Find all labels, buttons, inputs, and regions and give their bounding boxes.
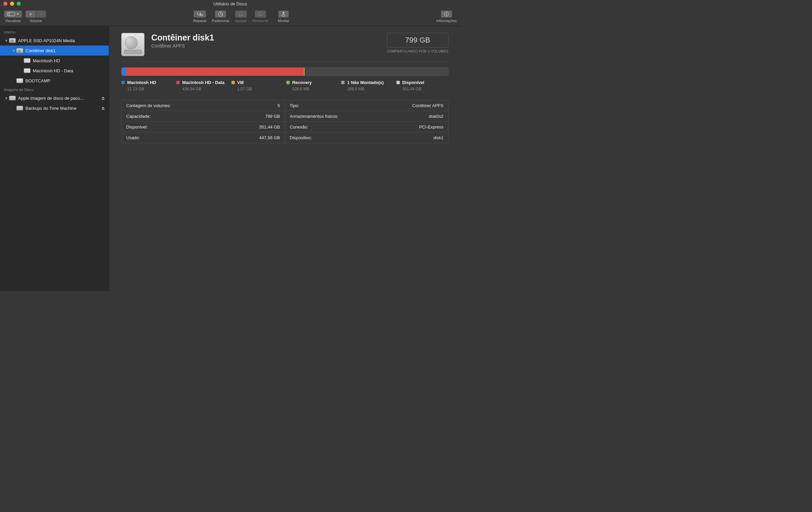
volume-icon xyxy=(16,78,23,84)
capacity-note: COMPARTILHADO POR 5 VOLUMES xyxy=(387,50,448,53)
legend-item: VM1,07 GB xyxy=(231,80,284,91)
close-window-button[interactable] xyxy=(3,2,7,6)
volume-label: Volume xyxy=(30,19,42,23)
legend-item: Disponível351,44 GB xyxy=(396,80,448,91)
sidebar-item[interactable]: Macintosh HD - Data xyxy=(0,66,109,76)
legend-value: 434,54 GB xyxy=(182,87,228,91)
disk-image-icon xyxy=(9,95,16,101)
partition-button[interactable] xyxy=(215,10,226,18)
details-table: Contagem de volumes:5Capacidade:799 GBDi… xyxy=(121,100,448,143)
divider xyxy=(121,62,448,62)
volume-group: ＋ － Volume xyxy=(25,10,46,23)
sidebar-item-label: Apple imagem de disco de paco… xyxy=(18,96,101,101)
svg-rect-13 xyxy=(102,109,105,110)
detail-key: Tipo: xyxy=(290,103,299,108)
legend-value: 11,13 GB xyxy=(127,87,173,91)
svg-rect-12 xyxy=(102,99,105,100)
info-button[interactable] xyxy=(441,10,452,18)
minimize-window-button[interactable] xyxy=(10,2,14,6)
detail-row: Dispositivo:disk1 xyxy=(285,132,448,143)
volume-icon xyxy=(23,68,31,73)
legend-value: 289,5 MB xyxy=(347,87,393,91)
sidebar-item-label: BOOTCAMP xyxy=(25,78,106,83)
sidebar-item[interactable]: Backups do Time Machine xyxy=(0,103,109,113)
sidebar-icon xyxy=(7,12,15,16)
first-aid-button[interactable] xyxy=(194,10,206,18)
erase-label: Apagar xyxy=(235,19,247,23)
disclosure-triangle[interactable]: ▼ xyxy=(11,49,16,53)
sidebar-item[interactable]: Macintosh HD xyxy=(0,56,109,66)
view-button[interactable] xyxy=(4,10,22,18)
detail-value: 5 xyxy=(278,103,280,108)
legend-name: Macintosh HD xyxy=(127,80,156,85)
window-body: Interno ▼APPLE SSD AP1024N Media▼Contêin… xyxy=(0,26,461,291)
partition-label: Particionar xyxy=(212,19,230,23)
eject-button[interactable] xyxy=(101,96,106,100)
usage-legend: Macintosh HD11,13 GBMacintosh HD - Data4… xyxy=(121,80,448,91)
detail-key: Contagem de volumes: xyxy=(126,103,171,108)
swatch-icon xyxy=(121,81,125,84)
legend-item: Macintosh HD - Data434,54 GB xyxy=(176,80,228,91)
disk-icon xyxy=(121,33,145,56)
detail-value: 351,44 GB xyxy=(259,124,280,129)
legend-name: VM xyxy=(237,80,244,85)
minus-icon: － xyxy=(39,11,43,17)
content: Contêiner disk1 Contêiner APFS 799 GB CO… xyxy=(109,26,461,291)
usage-segment xyxy=(304,68,448,76)
swatch-icon xyxy=(286,81,290,84)
legend-value: 1,07 GB xyxy=(237,87,284,91)
first-aid-label: Reparar xyxy=(193,19,206,23)
sidebar-item-label: Contêiner disk1 xyxy=(25,48,106,53)
details-right: Tipo:Contêiner APFSArmazenamentos físico… xyxy=(285,100,448,143)
hdd-icon xyxy=(16,48,23,54)
detail-value: disk1 xyxy=(433,135,443,140)
detail-value: 799 GB xyxy=(265,114,280,119)
traffic-lights xyxy=(0,2,21,6)
disk-image-icon xyxy=(16,105,23,111)
sidebar-item[interactable]: ▼Contêiner disk1 xyxy=(0,46,109,56)
window-title: Utilitário de Disco xyxy=(0,1,461,6)
detail-key: Dispositivo: xyxy=(290,135,312,140)
content-header: Contêiner disk1 Contêiner APFS 799 GB CO… xyxy=(121,33,448,56)
detail-key: Armazenamentos físicos: xyxy=(290,114,339,119)
sidebar-item-label: Macintosh HD - Data xyxy=(33,68,106,73)
disk-title: Contêiner disk1 xyxy=(151,33,214,42)
legend-item: Recovery528,6 MB xyxy=(286,80,338,91)
detail-row: Armazenamentos físicos:disk0s2 xyxy=(285,111,448,122)
legend-name: 1 Não Montado(s) xyxy=(347,80,383,85)
zoom-window-button[interactable] xyxy=(17,2,21,6)
detail-value: Contêiner APFS xyxy=(412,103,443,108)
restore-label: Restaurar xyxy=(252,19,268,23)
legend-name: Macintosh HD - Data xyxy=(182,80,224,85)
detail-value: disk0s2 xyxy=(429,114,443,119)
svg-point-10 xyxy=(446,13,447,13)
swatch-icon xyxy=(231,81,235,84)
erase-button[interactable] xyxy=(235,10,247,18)
toolbar: Visualizar ＋ － Volume Reparar Particiona… xyxy=(0,7,461,26)
header-titles: Contêiner disk1 Contêiner APFS xyxy=(151,33,214,49)
detail-row: Conexão:PCI-Express xyxy=(285,122,448,132)
chevron-down-icon xyxy=(17,13,19,15)
detail-row: Contagem de volumes:5 xyxy=(121,100,285,111)
disclosure-triangle[interactable]: ▼ xyxy=(4,96,9,100)
detail-key: Usado: xyxy=(126,135,140,140)
eject-button[interactable] xyxy=(101,106,106,111)
sidebar-section-images: Imagens de Disco xyxy=(0,86,109,93)
volume-icon xyxy=(23,58,31,64)
detail-row: Tipo:Contêiner APFS xyxy=(285,100,448,111)
detail-value: 447,56 GB xyxy=(259,135,280,140)
sidebar-item[interactable]: BOOTCAMP xyxy=(0,76,109,86)
add-volume-button[interactable]: ＋ xyxy=(25,10,36,18)
sidebar-item[interactable]: ▼Apple imagem de disco de paco… xyxy=(0,93,109,103)
mount-icon xyxy=(281,11,286,17)
sidebar-item[interactable]: ▼APPLE SSD AP1024N Media xyxy=(0,35,109,46)
capacity-box: 799 GB xyxy=(387,33,448,48)
legend-value: 351,44 GB xyxy=(402,87,448,91)
usage-bar xyxy=(121,67,448,76)
remove-volume-button[interactable]: － xyxy=(36,10,46,18)
titlebar: Utilitário de Disco xyxy=(0,0,461,7)
legend-name: Disponível xyxy=(402,80,425,85)
mount-button[interactable] xyxy=(278,10,289,18)
disclosure-triangle[interactable]: ▼ xyxy=(4,39,9,42)
restore-button[interactable] xyxy=(255,10,266,18)
